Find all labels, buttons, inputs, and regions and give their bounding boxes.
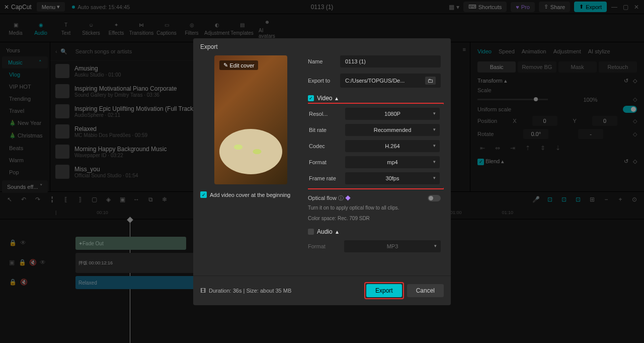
codec-select[interactable]: H.264	[345, 140, 440, 152]
name-label: Name	[308, 58, 340, 64]
bitrate-select[interactable]: Recommended	[345, 124, 440, 136]
check-icon: ✓	[200, 191, 207, 198]
colorspace-text: Color space: Rec. 709 SDR	[308, 216, 441, 221]
cover-food	[219, 129, 282, 174]
audio-format-label: Format	[308, 243, 344, 249]
format-label: Format	[309, 159, 345, 165]
export-modal: Export ✎Edit cover ✓Add video cover at t…	[193, 38, 451, 305]
name-input[interactable]	[340, 55, 441, 67]
opticalflow-hint: Turn it on to apply optical flow to all …	[308, 205, 441, 211]
codec-row: CodecH.264	[309, 140, 440, 152]
fps-select[interactable]: 30fps	[345, 172, 440, 184]
opticalflow-row: Optical flow ⓘ ◆	[308, 194, 441, 202]
audio-section-label: Audio	[317, 228, 333, 235]
exportto-label: Export to	[308, 78, 340, 84]
fps-row: Frame rate30fps	[309, 172, 440, 184]
export-button[interactable]: Export	[366, 284, 402, 297]
video-section-label: Video	[317, 95, 332, 102]
name-row: Name	[308, 55, 441, 67]
edit-cover-label: Edit cover	[230, 62, 255, 68]
audio-section-header[interactable]: ✓Audio▴	[308, 228, 441, 235]
exportto-row: Export toC:/Users/TOPGUS/De...🗀	[308, 74, 441, 88]
fps-label: Frame rate	[309, 175, 345, 181]
audio-check[interactable]: ✓	[308, 229, 314, 235]
video-section-header[interactable]: ✓Video▴	[308, 95, 441, 102]
export-form: Name Export toC:/Users/TOPGUS/De...🗀 ✓Vi…	[308, 55, 444, 276]
video-settings-highlight: Resol...1080P Bit rateRecommended CodecH…	[308, 103, 444, 189]
film-icon: 🎞	[200, 288, 206, 294]
opticalflow-toggle[interactable]	[428, 195, 441, 201]
audio-format-row: FormatMP3	[308, 240, 441, 252]
cover-column: ✎Edit cover ✓Add video cover at the begi…	[200, 55, 301, 276]
collapse-icon: ▴	[336, 228, 339, 235]
export-button-highlight: Export	[364, 282, 404, 299]
modal-buttons: Export Cancel	[364, 282, 444, 299]
resolution-row: Resol...1080P	[309, 108, 440, 120]
resolution-select[interactable]: 1080P	[345, 108, 440, 120]
bitrate-row: Bit rateRecommended	[309, 124, 440, 136]
opticalflow-label: Optical flow	[308, 195, 337, 201]
diamond-icon: ◆	[345, 195, 351, 201]
format-select[interactable]: mp4	[345, 156, 440, 168]
modal-footer: 🎞Duration: 36s | Size: about 35 MB Expor…	[193, 276, 451, 305]
codec-label: Codec	[309, 143, 345, 149]
info-icon[interactable]: ⓘ	[338, 195, 344, 201]
path-text: C:/Users/TOPGUS/De...	[345, 78, 405, 84]
modal-title: Export	[193, 38, 451, 55]
modal-body: ✎Edit cover ✓Add video cover at the begi…	[193, 55, 451, 276]
folder-icon[interactable]: 🗀	[425, 77, 436, 85]
format-row: Formatmp4	[309, 156, 440, 168]
collapse-icon: ▴	[335, 95, 338, 102]
duration-text: Duration: 36s | Size: about 35 MB	[209, 288, 291, 294]
audio-format-select[interactable]: MP3	[344, 240, 441, 252]
cover-preview: ✎Edit cover	[214, 55, 287, 184]
edit-cover-button[interactable]: ✎Edit cover	[219, 60, 259, 70]
cancel-button[interactable]: Cancel	[407, 284, 444, 297]
exportto-input[interactable]: C:/Users/TOPGUS/De...🗀	[340, 74, 441, 88]
duration-info: 🎞Duration: 36s | Size: about 35 MB	[200, 288, 291, 294]
video-check[interactable]: ✓	[308, 95, 314, 101]
add-cover-checkbox[interactable]: ✓Add video cover at the beginning	[200, 191, 301, 198]
pencil-icon: ✎	[223, 62, 228, 68]
add-cover-label: Add video cover at the beginning	[210, 192, 290, 198]
resolution-label: Resol...	[309, 111, 345, 117]
bitrate-label: Bit rate	[309, 127, 345, 133]
